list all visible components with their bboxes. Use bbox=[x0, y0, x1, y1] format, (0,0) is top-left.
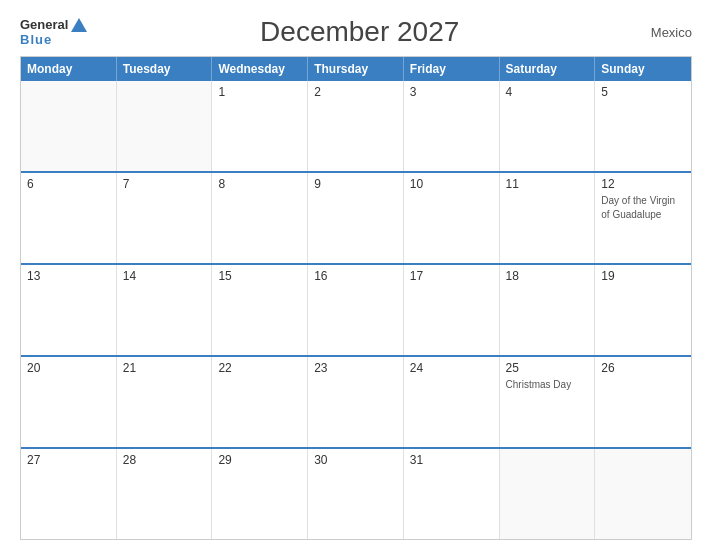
week-1: 1 2 3 4 5 bbox=[21, 81, 691, 171]
table-row: 19 bbox=[595, 265, 691, 355]
header-monday: Monday bbox=[21, 57, 117, 81]
table-row: 12 Day of the Virgin of Guadalupe bbox=[595, 173, 691, 263]
table-row: 23 bbox=[308, 357, 404, 447]
logo-triangle-icon bbox=[71, 18, 87, 32]
table-row: 10 bbox=[404, 173, 500, 263]
header-friday: Friday bbox=[404, 57, 500, 81]
table-row: 1 bbox=[212, 81, 308, 171]
header-thursday: Thursday bbox=[308, 57, 404, 81]
table-row: 22 bbox=[212, 357, 308, 447]
table-row: 14 bbox=[117, 265, 213, 355]
table-row: 28 bbox=[117, 449, 213, 539]
logo: General Blue bbox=[20, 17, 87, 47]
table-row: 25 Christmas Day bbox=[500, 357, 596, 447]
table-row: 29 bbox=[212, 449, 308, 539]
week-3: 13 14 15 16 17 18 19 bbox=[21, 263, 691, 355]
table-row bbox=[117, 81, 213, 171]
table-row: 13 bbox=[21, 265, 117, 355]
table-row: 31 bbox=[404, 449, 500, 539]
table-row: 7 bbox=[117, 173, 213, 263]
table-row: 9 bbox=[308, 173, 404, 263]
table-row bbox=[21, 81, 117, 171]
header-tuesday: Tuesday bbox=[117, 57, 213, 81]
calendar-page: General Blue December 2027 Mexico Monday… bbox=[0, 0, 712, 550]
table-row: 8 bbox=[212, 173, 308, 263]
table-row: 26 bbox=[595, 357, 691, 447]
table-row: 17 bbox=[404, 265, 500, 355]
table-row: 16 bbox=[308, 265, 404, 355]
week-5: 27 28 29 30 31 bbox=[21, 447, 691, 539]
country-label: Mexico bbox=[632, 25, 692, 40]
table-row: 21 bbox=[117, 357, 213, 447]
table-row: 11 bbox=[500, 173, 596, 263]
table-row: 27 bbox=[21, 449, 117, 539]
table-row: 5 bbox=[595, 81, 691, 171]
table-row: 30 bbox=[308, 449, 404, 539]
table-row: 24 bbox=[404, 357, 500, 447]
header-wednesday: Wednesday bbox=[212, 57, 308, 81]
calendar-header: Monday Tuesday Wednesday Thursday Friday… bbox=[21, 57, 691, 81]
week-2: 6 7 8 9 10 11 12 Day of the Virgin of Gu… bbox=[21, 171, 691, 263]
table-row: 15 bbox=[212, 265, 308, 355]
table-row bbox=[500, 449, 596, 539]
table-row: 4 bbox=[500, 81, 596, 171]
table-row bbox=[595, 449, 691, 539]
week-4: 20 21 22 23 24 25 Christmas Day 26 bbox=[21, 355, 691, 447]
table-row: 2 bbox=[308, 81, 404, 171]
table-row: 3 bbox=[404, 81, 500, 171]
table-row: 20 bbox=[21, 357, 117, 447]
calendar-grid: Monday Tuesday Wednesday Thursday Friday… bbox=[20, 56, 692, 540]
table-row: 18 bbox=[500, 265, 596, 355]
table-row: 6 bbox=[21, 173, 117, 263]
logo-general: General bbox=[20, 17, 68, 32]
header: General Blue December 2027 Mexico bbox=[20, 16, 692, 48]
logo-blue: Blue bbox=[20, 32, 87, 47]
header-saturday: Saturday bbox=[500, 57, 596, 81]
header-sunday: Sunday bbox=[595, 57, 691, 81]
calendar-title: December 2027 bbox=[87, 16, 632, 48]
calendar-body: 1 2 3 4 5 6 7 8 9 10 11 12 Day of the Vi… bbox=[21, 81, 691, 539]
